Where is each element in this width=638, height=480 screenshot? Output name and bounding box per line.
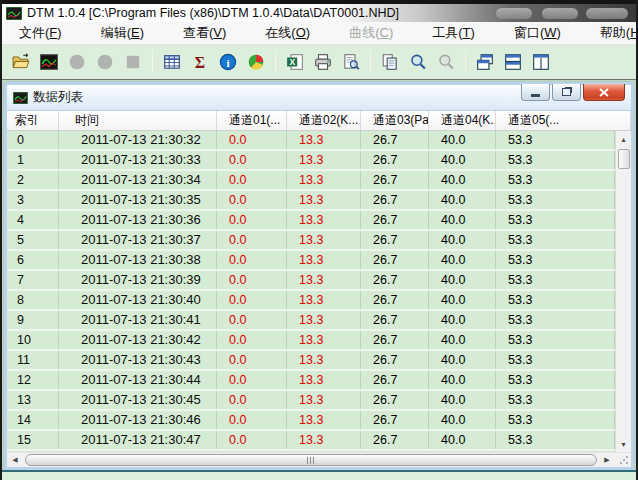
- table-row[interactable]: 42011-07-13 21:30:360.013.326.740.053.3: [7, 211, 615, 231]
- cell-channel-01: 0.0: [217, 131, 287, 149]
- mdi-client-area: 数据列表 索引时间通道01(...通道02(K...通道03(Pa)通道04(K…: [2, 80, 636, 470]
- column-header-1[interactable]: 时间: [59, 111, 217, 130]
- menu-c[interactable]: 曲线(C): [340, 21, 402, 45]
- horizontal-scrollbar[interactable]: ◀ ▶: [7, 453, 615, 467]
- child-restore-button[interactable]: [552, 84, 581, 101]
- cell-index: 15: [7, 431, 59, 449]
- pie-chart-icon[interactable]: [242, 49, 269, 76]
- cell-channel-03: 26.7: [361, 151, 429, 169]
- cell-time: 2011-07-13 21:30:32: [59, 131, 217, 149]
- table-row[interactable]: 52011-07-13 21:30:370.013.326.740.053.3: [7, 231, 615, 251]
- table-rows: 02011-07-13 21:30:320.013.326.740.053.31…: [7, 131, 615, 452]
- table-row[interactable]: 62011-07-13 21:30:380.013.326.740.053.3: [7, 251, 615, 271]
- find-next-icon[interactable]: [432, 49, 459, 76]
- table-row[interactable]: 02011-07-13 21:30:320.013.326.740.053.3: [7, 131, 615, 151]
- cell-index: 1: [7, 151, 59, 169]
- cell-time: 2011-07-13 21:30:42: [59, 331, 217, 349]
- data-list-window: 数据列表 索引时间通道01(...通道02(K...通道03(Pa)通道04(K…: [4, 82, 634, 470]
- menu-t[interactable]: 工具(T): [423, 21, 484, 45]
- menu-e[interactable]: 编辑(E): [92, 21, 153, 45]
- svg-text:i: i: [226, 57, 229, 69]
- cell-channel-05: 53.3: [496, 351, 615, 369]
- tile-horizontal-icon[interactable]: [499, 49, 526, 76]
- close-button[interactable]: [586, 8, 628, 19]
- print-icon[interactable]: [309, 49, 336, 76]
- table-row[interactable]: 142011-07-13 21:30:460.013.326.740.053.3: [7, 411, 615, 431]
- column-header-6[interactable]: 通道05(...: [496, 111, 631, 130]
- cell-channel-04: 40.0: [429, 131, 496, 149]
- cell-channel-05: 53.3: [496, 271, 615, 289]
- table-row[interactable]: 102011-07-13 21:30:420.013.326.740.053.3: [7, 331, 615, 351]
- cell-channel-03: 26.7: [361, 311, 429, 329]
- table-row[interactable]: 12011-07-13 21:30:330.013.326.740.053.3: [7, 151, 615, 171]
- pause-icon[interactable]: [91, 49, 118, 76]
- vertical-scrollbar[interactable]: ▲ ▼: [615, 131, 631, 452]
- open-file-icon[interactable]: [7, 49, 34, 76]
- child-window-title: 数据列表: [33, 89, 83, 106]
- info-icon[interactable]: i: [214, 49, 241, 76]
- minimize-button[interactable]: [496, 8, 532, 19]
- find-icon[interactable]: [404, 49, 431, 76]
- cell-channel-05: 53.3: [496, 291, 615, 309]
- table-row[interactable]: 122011-07-13 21:30:440.013.326.740.053.3: [7, 371, 615, 391]
- cell-channel-04: 40.0: [429, 351, 496, 369]
- scroll-left-icon[interactable]: ◀: [7, 453, 23, 468]
- cell-channel-03: 26.7: [361, 211, 429, 229]
- maximize-button[interactable]: [542, 8, 578, 19]
- menu-w[interactable]: 窗口(W): [505, 21, 570, 45]
- statistics-icon[interactable]: Σ: [186, 49, 213, 76]
- scroll-up-icon[interactable]: ▲: [616, 131, 632, 147]
- cell-channel-03: 26.7: [361, 271, 429, 289]
- column-header-4[interactable]: 通道03(Pa): [361, 111, 429, 130]
- table-row[interactable]: 82011-07-13 21:30:400.013.326.740.053.3: [7, 291, 615, 311]
- cell-time: 2011-07-13 21:30:36: [59, 211, 217, 229]
- data-grid-icon[interactable]: [158, 49, 185, 76]
- horizontal-scroll-thumb[interactable]: [25, 454, 597, 466]
- child-minimize-button[interactable]: [521, 84, 550, 101]
- table-row[interactable]: 152011-07-13 21:30:470.013.326.740.053.3: [7, 431, 615, 451]
- cell-index: 12: [7, 371, 59, 389]
- cell-channel-05: 53.3: [496, 131, 615, 149]
- cell-channel-02: 13.3: [287, 231, 361, 249]
- cell-channel-01: 0.0: [217, 411, 287, 429]
- column-header-2[interactable]: 通道01(...: [217, 111, 287, 130]
- cell-channel-01: 0.0: [217, 331, 287, 349]
- column-header-5[interactable]: 通道04(K...: [429, 111, 496, 130]
- cell-time: 2011-07-13 21:30:43: [59, 351, 217, 369]
- scroll-down-icon[interactable]: ▼: [616, 436, 632, 452]
- table-row[interactable]: 132011-07-13 21:30:450.013.326.740.053.3: [7, 391, 615, 411]
- table-row[interactable]: 72011-07-13 21:30:390.013.326.740.053.3: [7, 271, 615, 291]
- record-icon[interactable]: [63, 49, 90, 76]
- print-preview-icon[interactable]: [337, 49, 364, 76]
- resize-corner[interactable]: [615, 453, 631, 467]
- title-bar: DTM 1.0.4 [C:\Program Files (x86)\DTM 1.…: [2, 0, 636, 22]
- tile-vertical-icon[interactable]: [527, 49, 554, 76]
- cell-time: 2011-07-13 21:30:41: [59, 311, 217, 329]
- menu-o[interactable]: 在线(O): [256, 21, 319, 45]
- table-header: 索引时间通道01(...通道02(K...通道03(Pa)通道04(K...通道…: [7, 111, 631, 131]
- cell-channel-01: 0.0: [217, 211, 287, 229]
- cell-channel-04: 40.0: [429, 171, 496, 189]
- cascade-windows-icon[interactable]: [471, 49, 498, 76]
- table-row[interactable]: 112011-07-13 21:30:430.013.326.740.053.3: [7, 351, 615, 371]
- child-close-button[interactable]: [583, 84, 625, 101]
- table-row[interactable]: 92011-07-13 21:30:410.013.326.740.053.3: [7, 311, 615, 331]
- vertical-scroll-thumb[interactable]: [618, 149, 630, 169]
- column-header-3[interactable]: 通道02(K...: [287, 111, 361, 130]
- menu-v[interactable]: 查看(V): [174, 21, 235, 45]
- menu-f[interactable]: 文件(F): [10, 21, 71, 45]
- menu-bar: 文件(F)编辑(E)查看(V)在线(O)曲线(C)工具(T)窗口(W)帮助(H): [2, 22, 636, 45]
- cell-channel-01: 0.0: [217, 171, 287, 189]
- copy-icon[interactable]: [376, 49, 403, 76]
- column-header-0[interactable]: 索引: [7, 111, 59, 130]
- curve-view-icon[interactable]: [35, 49, 62, 76]
- cell-channel-03: 26.7: [361, 171, 429, 189]
- scroll-right-icon[interactable]: ▶: [599, 453, 615, 468]
- menu-h[interactable]: 帮助(H): [591, 21, 638, 45]
- cell-channel-02: 13.3: [287, 431, 361, 449]
- export-excel-icon[interactable]: X: [281, 49, 308, 76]
- table-row[interactable]: 32011-07-13 21:30:350.013.326.740.053.3: [7, 191, 615, 211]
- stop-icon[interactable]: [119, 49, 146, 76]
- table-row[interactable]: 22011-07-13 21:30:340.013.326.740.053.3: [7, 171, 615, 191]
- cell-channel-05: 53.3: [496, 371, 615, 389]
